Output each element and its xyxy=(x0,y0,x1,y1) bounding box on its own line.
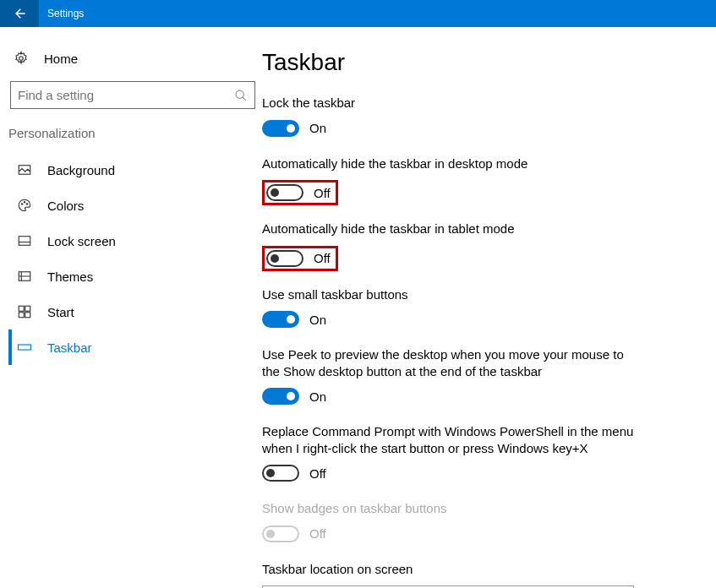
arrow-left-icon xyxy=(13,7,26,20)
svg-rect-8 xyxy=(19,306,24,311)
setting-label-autohide-tablet: Automatically hide the taskbar in tablet… xyxy=(262,220,634,237)
toggle-powershell[interactable] xyxy=(262,465,299,482)
setting-label-small-buttons: Use small taskbar buttons xyxy=(262,286,634,303)
toggle-autohide-desktop[interactable] xyxy=(266,184,303,201)
sidebar-home-label: Home xyxy=(44,52,78,66)
search-icon xyxy=(234,89,248,102)
start-icon xyxy=(17,304,32,319)
svg-rect-10 xyxy=(19,313,24,318)
gear-icon xyxy=(14,51,29,66)
toggle-state: Off xyxy=(309,466,326,481)
lockscreen-icon xyxy=(17,233,32,248)
sidebar: Home Personalization Background Colors L… xyxy=(0,27,262,588)
toggle-state: Off xyxy=(314,251,331,265)
page-heading: Taskbar xyxy=(262,49,682,76)
setting-label-badges: Show badges on taskbar buttons xyxy=(262,500,634,517)
sidebar-item-label: Taskbar xyxy=(47,340,92,355)
sidebar-home[interactable]: Home xyxy=(8,46,254,74)
titlebar: Settings xyxy=(0,0,716,27)
themes-icon xyxy=(17,269,32,284)
sidebar-item-label: Colors xyxy=(47,199,84,213)
sidebar-item-background[interactable]: Background xyxy=(8,152,254,188)
sidebar-item-label: Lock screen xyxy=(47,234,116,248)
setting-label-peek: Use Peek to preview the desktop when you… xyxy=(262,346,634,379)
toggle-autohide-tablet[interactable] xyxy=(266,250,303,267)
svg-rect-6 xyxy=(19,237,30,246)
toggle-state: On xyxy=(309,389,326,404)
search-input[interactable] xyxy=(18,88,234,102)
sidebar-item-lockscreen[interactable]: Lock screen xyxy=(8,223,254,259)
toggle-state: On xyxy=(309,121,326,135)
back-button[interactable] xyxy=(0,0,39,27)
toggle-state: On xyxy=(309,313,326,327)
sidebar-item-label: Themes xyxy=(47,270,93,284)
svg-point-0 xyxy=(19,57,24,61)
sidebar-item-themes[interactable]: Themes xyxy=(8,259,254,294)
svg-point-3 xyxy=(21,204,23,205)
svg-point-1 xyxy=(236,90,243,98)
toggle-small-buttons[interactable] xyxy=(262,311,299,328)
taskbar-icon xyxy=(17,340,32,355)
setting-label-lock: Lock the taskbar xyxy=(262,95,634,112)
main-panel: Taskbar Lock the taskbar On Automaticall… xyxy=(262,27,716,588)
window-title: Settings xyxy=(39,8,84,19)
sidebar-item-label: Start xyxy=(47,305,74,319)
setting-label-location: Taskbar location on screen xyxy=(262,561,634,578)
toggle-state: Off xyxy=(309,526,326,541)
sidebar-item-label: Background xyxy=(47,163,115,177)
svg-rect-12 xyxy=(19,345,31,350)
picture-icon xyxy=(17,162,32,177)
toggle-lock-taskbar[interactable] xyxy=(262,120,299,137)
highlight-autohide-desktop: Off xyxy=(262,180,338,205)
highlight-autohide-tablet: Off xyxy=(262,246,338,271)
svg-point-4 xyxy=(24,202,25,204)
svg-rect-9 xyxy=(25,306,30,311)
palette-icon xyxy=(17,198,32,213)
sidebar-item-colors[interactable]: Colors xyxy=(8,188,254,223)
setting-label-powershell: Replace Command Prompt with Windows Powe… xyxy=(262,423,634,456)
sidebar-item-taskbar[interactable]: Taskbar xyxy=(8,329,254,365)
toggle-badges xyxy=(262,525,299,542)
toggle-state: Off xyxy=(314,186,331,200)
svg-point-5 xyxy=(26,204,28,205)
svg-rect-11 xyxy=(25,313,30,318)
sidebar-item-start[interactable]: Start xyxy=(8,294,254,329)
search-box[interactable] xyxy=(10,81,255,109)
setting-label-autohide-desktop: Automatically hide the taskbar in deskto… xyxy=(262,155,634,172)
sidebar-section-label: Personalization xyxy=(8,122,254,152)
toggle-peek[interactable] xyxy=(262,388,299,405)
